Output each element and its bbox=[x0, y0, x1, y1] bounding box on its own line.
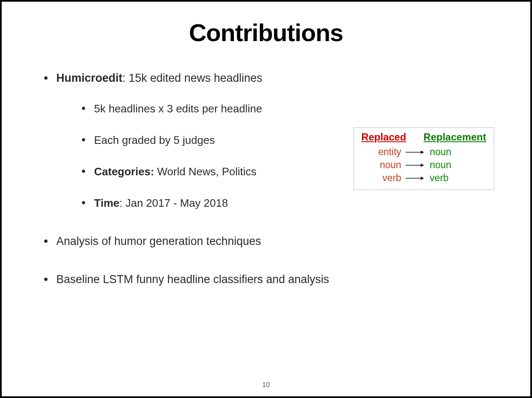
table-cell-replaced: entity bbox=[362, 146, 401, 158]
sub-bullet-text: 5k headlines x 3 edits per headline bbox=[94, 102, 262, 115]
slide-title: Contributions bbox=[44, 18, 488, 47]
page-number: 10 bbox=[262, 381, 270, 389]
slide: Contributions Humicroedit: 15k edited ne… bbox=[2, 2, 530, 396]
bullet-item: Analysis of humor generation techniques bbox=[44, 235, 488, 248]
arrow-icon bbox=[401, 176, 427, 181]
table-header-replaced: Replaced bbox=[362, 131, 411, 143]
sub-bullet-item: 5k headlines x 3 edits per headline bbox=[81, 102, 488, 115]
table-header-replacement: Replacement bbox=[424, 131, 486, 143]
table-row: entity noun bbox=[362, 146, 486, 158]
sub-bullet-bold: Time bbox=[94, 197, 119, 209]
table-row: verb verb bbox=[362, 172, 486, 184]
sub-bullet-bold: Categories: bbox=[94, 165, 154, 178]
table-cell-replaced: verb bbox=[362, 172, 401, 184]
bullet-bold: Humicroedit bbox=[56, 72, 123, 84]
arrow-icon bbox=[401, 150, 427, 155]
sub-bullet-text: : Jan 2017 - May 2018 bbox=[119, 197, 228, 209]
svg-marker-5 bbox=[421, 177, 424, 180]
sub-bullet-text: Each graded by 5 judges bbox=[94, 134, 215, 146]
table-cell-replaced: noun bbox=[362, 159, 401, 171]
bullet-text: Analysis of humor generation techniques bbox=[56, 235, 261, 247]
table-row: noun noun bbox=[362, 159, 486, 171]
sub-bullet-text: World News, Politics bbox=[154, 165, 257, 178]
arrow-icon bbox=[401, 163, 427, 168]
table-header-row: Replaced Replacement bbox=[362, 131, 486, 143]
replacement-table: Replaced Replacement entity noun noun no… bbox=[354, 127, 494, 190]
bullet-text: Baseline LSTM funny headline classifiers… bbox=[56, 273, 329, 286]
bullet-text: : 15k edited news headlines bbox=[123, 72, 262, 84]
svg-marker-1 bbox=[421, 151, 424, 154]
table-cell-replacement: verb bbox=[427, 172, 449, 184]
table-cell-replacement: noun bbox=[427, 159, 451, 171]
bullet-item: Baseline LSTM funny headline classifiers… bbox=[44, 273, 488, 286]
svg-marker-3 bbox=[421, 164, 424, 167]
table-cell-replacement: noun bbox=[427, 146, 451, 158]
sub-bullet-item: Time: Jan 2017 - May 2018 bbox=[81, 197, 488, 210]
